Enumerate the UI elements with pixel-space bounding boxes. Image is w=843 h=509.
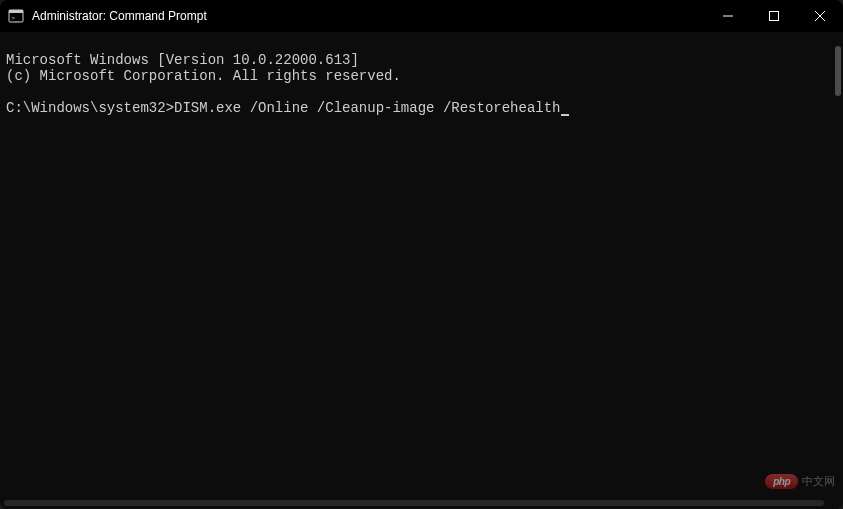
maximize-button[interactable] <box>751 0 797 32</box>
cmd-icon: >_ <box>8 8 24 24</box>
window-controls <box>705 0 843 32</box>
maximize-icon <box>769 11 779 21</box>
vertical-scrollbar[interactable] <box>835 46 841 96</box>
close-icon <box>815 11 825 21</box>
svg-rect-1 <box>9 10 23 13</box>
cursor <box>561 114 569 116</box>
window-title: Administrator: Command Prompt <box>32 9 207 23</box>
svg-text:>_: >_ <box>12 14 20 22</box>
titlebar[interactable]: >_ Administrator: Command Prompt <box>0 0 843 32</box>
watermark-text: 中文网 <box>802 474 835 489</box>
prompt-text: C:\Windows\system32> <box>6 100 174 116</box>
titlebar-left: >_ Administrator: Command Prompt <box>8 8 207 24</box>
watermark-pill: php <box>765 474 798 489</box>
minimize-button[interactable] <box>705 0 751 32</box>
close-button[interactable] <box>797 0 843 32</box>
command-line: C:\Windows\system32>DISM.exe /Online /Cl… <box>6 100 569 116</box>
horizontal-scrollbar[interactable] <box>4 500 824 506</box>
minimize-icon <box>723 11 733 21</box>
command-prompt-window: >_ Administrator: Command Prompt <box>0 0 843 509</box>
terminal-output[interactable]: Microsoft Windows [Version 10.0.22000.61… <box>0 32 843 509</box>
version-line: Microsoft Windows [Version 10.0.22000.61… <box>6 52 359 68</box>
command-text: DISM.exe /Online /Cleanup-image /Restore… <box>174 100 560 116</box>
watermark: php 中文网 <box>765 474 835 489</box>
copyright-line: (c) Microsoft Corporation. All rights re… <box>6 68 401 84</box>
svg-rect-4 <box>770 12 779 21</box>
